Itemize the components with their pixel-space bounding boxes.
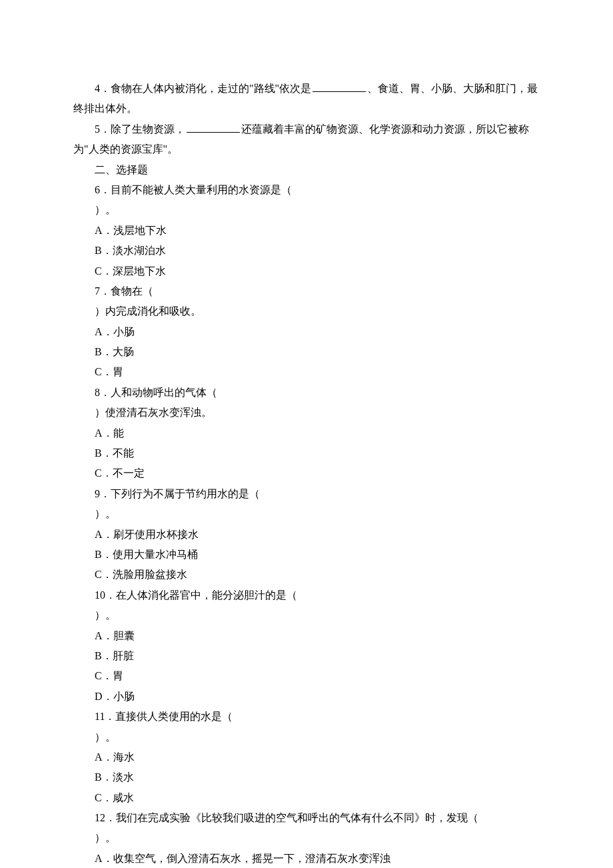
q10-option-c: C．胃 [73, 666, 540, 686]
q11-stem: 11．直接供人类使用的水是（ [73, 707, 540, 727]
q10-close: ）。 [73, 605, 540, 625]
q8-option-c: C．不一定 [73, 463, 540, 483]
q10-option-d: D．小肠 [73, 687, 540, 707]
blank-input[interactable] [187, 121, 240, 133]
q6-option-b: B．淡水湖泊水 [73, 241, 540, 261]
q9-option-a: A．刷牙使用水杯接水 [73, 525, 540, 545]
q8-close: ）使澄清石灰水变浑浊。 [73, 403, 540, 423]
q6-option-c: C．深层地下水 [73, 261, 540, 281]
q9-option-b: B．使用大量水冲马桶 [73, 545, 540, 565]
q12-close: ）。 [73, 828, 540, 848]
q11-option-b: B．淡水 [73, 767, 540, 787]
q6-stem: 6．目前不能被人类大量利用的水资源是（ [73, 180, 540, 200]
q11-close: ）。 [73, 727, 540, 747]
q12-stem: 12．我们在完成实验《比较我们吸进的空气和呼出的气体有什么不同》时，发现（ [73, 808, 540, 828]
q8-option-b: B．不能 [73, 443, 540, 463]
q6-option-a: A．浅层地下水 [73, 221, 540, 241]
blank-input[interactable] [312, 81, 366, 92]
q11-option-a: A．海水 [73, 747, 540, 767]
q9-option-c: C．洗脸用脸盆接水 [73, 565, 540, 585]
q7-option-a: A．小肠 [73, 322, 540, 342]
q9-close: ）。 [73, 504, 540, 524]
q7-option-c: C．胃 [73, 362, 540, 382]
q6-close: ）。 [73, 200, 540, 220]
page: 4．食物在人体内被消化，走过的"路线"依次是、食道、胃、小肠、大肠和肛门，最终排… [0, 0, 613, 868]
q11-option-c: C．咸水 [73, 788, 540, 808]
q7-option-b: B．大肠 [73, 342, 540, 362]
question-4: 4．食物在人体内被消化，走过的"路线"依次是、食道、胃、小肠、大肠和肛门，最终排… [73, 79, 540, 119]
question-5: 5．除了生物资源，还蕴藏着丰富的矿物资源、化学资源和动力资源，所以它被称为"人类… [73, 119, 540, 160]
q12-option-a: A．收集空气，倒入澄清石灰水，摇晃一下，澄清石灰水变浑浊 [73, 849, 540, 868]
q8-option-a: A．能 [73, 423, 540, 443]
q8-stem: 8．人和动物呼出的气体（ [73, 383, 540, 403]
q4-prefix: 4．食物在人体内被消化，走过的"路线"依次是 [95, 83, 311, 94]
q7-stem: 7．食物在（ [73, 281, 540, 301]
q9-stem: 9．下列行为不属于节约用水的是（ [73, 484, 540, 504]
q10-option-b: B．肝脏 [73, 646, 540, 666]
section-2-heading: 二、选择题 [73, 160, 540, 180]
q5-prefix: 5．除了生物资源， [95, 123, 185, 135]
q7-close: ）内完成消化和吸收。 [73, 301, 540, 321]
q10-stem: 10．在人体消化器官中，能分泌胆汁的是（ [73, 585, 540, 605]
q10-option-a: A．胆囊 [73, 626, 540, 646]
